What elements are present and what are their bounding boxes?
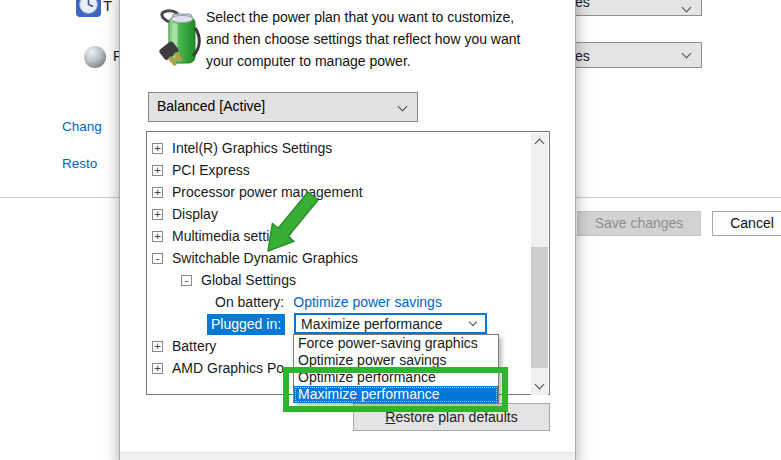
tree-item-pci-express[interactable]: + PCI Express xyxy=(148,159,530,181)
sleep-timeout-value-partial: es xyxy=(575,48,590,64)
expand-icon[interactable]: + xyxy=(152,341,163,352)
dropdown-option[interactable]: Optimize power savings xyxy=(294,352,498,369)
scroll-up-button[interactable] xyxy=(531,133,548,150)
chevron-down-icon xyxy=(398,102,408,112)
tree-item-switchable-dynamic-graphics[interactable]: - Switchable Dynamic Graphics xyxy=(148,247,530,269)
tree-item-label: Multimedia settings xyxy=(172,228,292,244)
tree-item-label: Intel(R) Graphics Settings xyxy=(172,140,332,156)
cancel-button[interactable]: Cancel xyxy=(712,211,781,236)
restore-button-label: estore plan defaults xyxy=(395,409,517,425)
collapse-icon[interactable]: - xyxy=(181,275,192,286)
tree-item-multimedia[interactable]: + Multimedia settings xyxy=(148,225,530,247)
tree-item-label: PCI Express xyxy=(172,162,250,178)
dialog-description: Select the power plan that you want to c… xyxy=(206,6,520,72)
sleep-setting-icon xyxy=(84,46,106,68)
tree-item-label: Display xyxy=(172,206,218,222)
collapse-icon[interactable]: - xyxy=(152,253,163,264)
dropdown-option[interactable]: Optimize performance xyxy=(294,369,498,386)
chevron-down-icon xyxy=(682,3,692,13)
tree-item-label: Switchable Dynamic Graphics xyxy=(172,250,358,266)
save-changes-button[interactable]: Save changes xyxy=(577,211,701,236)
sleep-timeout-select[interactable]: es xyxy=(556,42,702,68)
tree-item-label: Battery xyxy=(172,338,216,354)
chevron-down-icon xyxy=(682,49,692,59)
tree-scrollbar[interactable] xyxy=(531,133,548,395)
on-battery-label: On battery: xyxy=(215,294,284,310)
power-plan-value: Balanced [Active] xyxy=(157,98,265,114)
dialog-footer xyxy=(120,452,575,460)
tree-item-intel-graphics[interactable]: + Intel(R) Graphics Settings xyxy=(148,137,530,159)
tree-item-global-settings[interactable]: - Global Settings xyxy=(148,269,530,291)
expand-icon[interactable]: + xyxy=(152,231,163,242)
plugged-in-dropdown-list: Force power-saving graphics Optimize pow… xyxy=(293,334,499,403)
display-timeout-select[interactable]: es xyxy=(556,0,702,16)
display-setting-icon xyxy=(76,0,101,17)
expand-icon[interactable]: + xyxy=(152,187,163,198)
display-timeout-value-partial: es xyxy=(575,0,590,10)
description-line: your computer to manage power. xyxy=(206,50,520,72)
restore-plan-defaults-button[interactable]: Restore plan defaults xyxy=(353,403,550,431)
description-line: and then choose settings that reflect ho… xyxy=(206,28,520,50)
restore-defaults-link[interactable]: Resto xyxy=(62,156,97,171)
tree-item-processor-power[interactable]: + Processor power management xyxy=(148,181,530,203)
on-battery-value-link[interactable]: Optimize power savings xyxy=(293,294,442,310)
scroll-down-icon xyxy=(535,380,545,390)
power-plan-select[interactable]: Balanced [Active] xyxy=(148,92,418,122)
description-line: Select the power plan that you want to c… xyxy=(206,6,520,28)
tree-item-label: Processor power management xyxy=(172,184,363,200)
plugged-in-combobox[interactable]: Maximize performance xyxy=(294,313,487,334)
scroll-up-icon xyxy=(535,139,545,149)
scroll-down-button[interactable] xyxy=(531,378,548,395)
battery-plug-icon xyxy=(155,8,203,68)
display-row-label-partial: T xyxy=(103,0,112,14)
plugged-in-combobox-value: Maximize performance xyxy=(301,316,443,332)
tree-item-on-battery: On battery: Optimize power savings xyxy=(148,291,530,313)
scrollbar-thumb[interactable] xyxy=(531,247,548,368)
chevron-down-icon xyxy=(469,318,477,326)
tree-item-label: Global Settings xyxy=(201,272,296,288)
change-settings-link[interactable]: Chang xyxy=(62,119,102,134)
tree-item-display[interactable]: + Display xyxy=(148,203,530,225)
tree-item-label: AMD Graphics Po xyxy=(172,360,284,376)
restore-button-accel: R xyxy=(385,409,395,425)
screen: T P Chang Resto es es Save changes Cance… xyxy=(0,0,781,460)
plugged-in-label: Plugged in: xyxy=(207,314,285,335)
dropdown-option-selected[interactable]: Maximize performance xyxy=(294,386,498,403)
expand-icon[interactable]: + xyxy=(152,143,163,154)
expand-icon[interactable]: + xyxy=(152,363,163,374)
expand-icon[interactable]: + xyxy=(152,165,163,176)
power-options-dialog: Select the power plan that you want to c… xyxy=(119,0,576,460)
dropdown-option[interactable]: Force power-saving graphics xyxy=(294,335,498,352)
expand-icon[interactable]: + xyxy=(152,209,163,220)
